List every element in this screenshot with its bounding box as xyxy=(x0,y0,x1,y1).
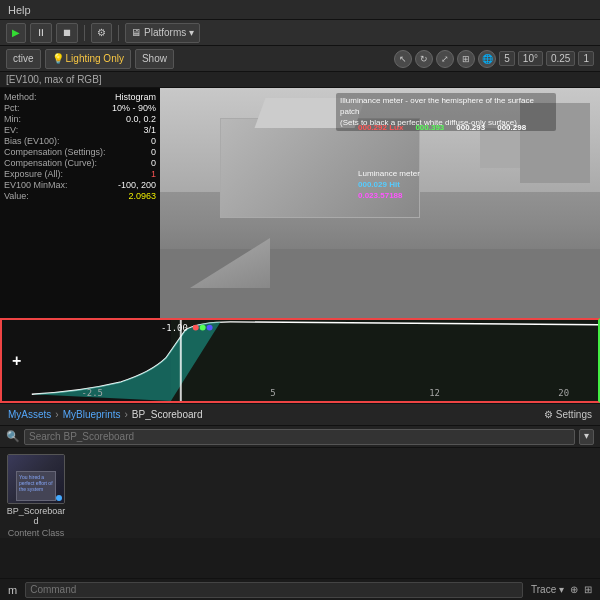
3d-viewport[interactable]: Illuminance meter - over the hemisphere … xyxy=(160,88,600,318)
svg-text:-2.5: -2.5 xyxy=(81,388,103,398)
toolbar-right: ↖ ↻ ⤢ ⊞ 🌐 5 10° 0.25 1 xyxy=(394,50,594,68)
asset-breadcrumb: MyAssets › MyBlueprints › BP_Scoreboard … xyxy=(0,404,600,426)
breadcrumb-my-blueprints[interactable]: MyBlueprints xyxy=(63,409,121,420)
platforms-button[interactable]: 🖥 Platforms ▾ xyxy=(125,23,200,43)
pct-label: Pct: xyxy=(4,103,20,113)
svg-text:20: 20 xyxy=(558,388,569,398)
bottom-area: MyAssets › MyBlueprints › BP_Scoreboard … xyxy=(0,403,600,538)
output-log-icon: m xyxy=(8,584,17,596)
comp-settings-row: Compensation (Settings): 0 xyxy=(4,147,156,157)
ev-row: EV: 3/1 xyxy=(4,125,156,135)
ev-info-label: EV: xyxy=(4,125,18,135)
bias-label: Bias (EV100): xyxy=(4,136,60,146)
move-icon[interactable]: ↖ xyxy=(394,50,412,68)
method-val: Histogram xyxy=(115,92,156,102)
lux2-val: 000.393 xyxy=(415,123,444,132)
perspective-button[interactable]: ctive xyxy=(6,49,41,69)
svg-text:12: 12 xyxy=(429,388,440,398)
breadcrumb-sep1: › xyxy=(55,409,58,420)
play-button[interactable]: ▶ xyxy=(6,23,26,43)
svg-point-4 xyxy=(193,325,199,331)
histogram-add-icon[interactable]: + xyxy=(12,352,21,370)
luminance-title: Luminance meter xyxy=(358,168,420,179)
breadcrumb-sep2: › xyxy=(125,409,128,420)
camera-badge[interactable]: 1 xyxy=(578,51,594,66)
bias-row: Bias (EV100): 0 xyxy=(4,136,156,146)
minmax-val: -100, 200 xyxy=(118,180,156,190)
menu-bar: Help xyxy=(0,0,600,20)
rotate-icon[interactable]: ↻ xyxy=(415,50,433,68)
luminance-meter-overlay: Luminance meter 000.029 Hit 0.023.57188 xyxy=(358,168,420,202)
stop-button[interactable]: ⏹ xyxy=(56,23,78,43)
search-bar: 🔍 ▾ xyxy=(0,426,600,448)
histogram-svg: -1.00 -2.5 5 12 20 xyxy=(2,320,598,401)
breadcrumb-my-assets[interactable]: MyAssets xyxy=(8,409,51,420)
ev-label: [EV100, max of RGB] xyxy=(0,72,600,88)
toolbar-separator xyxy=(84,25,85,41)
lux4-val: 000.298 xyxy=(497,123,526,132)
bias-val: 0 xyxy=(151,136,156,146)
command-input[interactable] xyxy=(25,582,523,598)
status-icon2[interactable]: ⊞ xyxy=(584,584,592,595)
exp-row: Exposure (All): 1 xyxy=(4,169,156,179)
illuminance-title: Illuminance meter - over the hemisphere … xyxy=(340,95,552,117)
filter-dropdown-button[interactable]: ▾ xyxy=(579,429,594,445)
status-icon1[interactable]: ⊕ xyxy=(570,584,578,595)
asset-label: BP_Scoreboard xyxy=(6,506,66,526)
content-browser-settings-button[interactable]: ⚙ Settings xyxy=(544,409,592,420)
show-label: Show xyxy=(142,53,167,64)
main-toolbar: ▶ ⏸ ⏹ ⚙ 🖥 Platforms ▾ xyxy=(0,20,600,46)
ev-text: [EV100, max of RGB] xyxy=(6,74,102,85)
grid-size-badge[interactable]: 5 xyxy=(499,51,515,66)
platforms-icon: 🖥 xyxy=(131,27,141,38)
status-bar: m Trace ▾ ⊕ ⊞ xyxy=(0,578,600,600)
comp-settings-val: 0 xyxy=(151,147,156,157)
breadcrumb-current: BP_Scoreboard xyxy=(132,409,203,420)
scene-small-box xyxy=(480,128,520,168)
viewport-area: Method: Histogram Pct: 10% - 90% Min: 0.… xyxy=(0,88,600,318)
svg-text:5: 5 xyxy=(270,388,275,398)
scale-icon[interactable]: ⤢ xyxy=(436,50,454,68)
value-val: 2.0963 xyxy=(128,191,156,201)
svg-rect-1 xyxy=(171,320,598,401)
settings-icon: ⚙ xyxy=(97,27,106,38)
perspective-label: ctive xyxy=(13,53,34,64)
min-label: Min: xyxy=(4,114,21,124)
pct-row: Pct: 10% - 90% xyxy=(4,103,156,113)
menu-help[interactable]: Help xyxy=(8,4,31,16)
curve-label: Compensation (Curve): xyxy=(4,158,97,168)
asset-scoreboard-preview: You hired a perfect effort of the system xyxy=(16,471,56,501)
method-row: Method: Histogram xyxy=(4,92,156,102)
exp-val: 1 xyxy=(151,169,156,179)
lum1-val: 000.029 Hit xyxy=(358,179,420,190)
lux1-val: 000.292 Lux xyxy=(358,123,403,132)
pct-val: 10% - 90% xyxy=(112,103,156,113)
gear-icon: ⚙ xyxy=(544,409,553,420)
svg-point-6 xyxy=(207,325,213,331)
minmax-row: EV100 MinMax: -100, 200 xyxy=(4,180,156,190)
list-item[interactable]: You hired a perfect effort of the system… xyxy=(6,454,66,538)
world-icon[interactable]: 🌐 xyxy=(478,50,496,68)
comp-settings-label: Compensation (Settings): xyxy=(4,147,106,157)
scale-badge[interactable]: 0.25 xyxy=(546,51,575,66)
histogram-area[interactable]: -1.00 -2.5 5 12 20 + xyxy=(0,318,600,403)
show-button[interactable]: Show xyxy=(135,49,174,69)
angle-badge[interactable]: 10° xyxy=(518,51,543,66)
trace-button[interactable]: Trace ▾ xyxy=(531,584,564,595)
snap-icon[interactable]: ⊞ xyxy=(457,50,475,68)
min-val: 0.0, 0.2 xyxy=(126,114,156,124)
asset-grid: You hired a perfect effort of the system… xyxy=(0,448,600,538)
lighting-icon: 💡 xyxy=(52,53,64,64)
settings-button[interactable]: ⚙ xyxy=(91,23,112,43)
lighting-only-button[interactable]: 💡 Lighting Only xyxy=(45,49,131,69)
pause-button[interactable]: ⏸ xyxy=(30,23,52,43)
platforms-chevron: ▾ xyxy=(189,27,194,38)
exposure-info-panel: Method: Histogram Pct: 10% - 90% Min: 0.… xyxy=(0,88,160,318)
search-input[interactable] xyxy=(24,429,575,445)
value-label: Value: xyxy=(4,191,29,201)
lux3-val: 000.293 xyxy=(456,123,485,132)
pause-icon: ⏸ xyxy=(36,27,46,38)
exp-label: Exposure (All): xyxy=(4,169,63,179)
lux-measurements: 000.292 Lux 000.393 000.293 000.298 xyxy=(358,123,526,132)
lum2-val: 0.023.57188 xyxy=(358,190,420,201)
